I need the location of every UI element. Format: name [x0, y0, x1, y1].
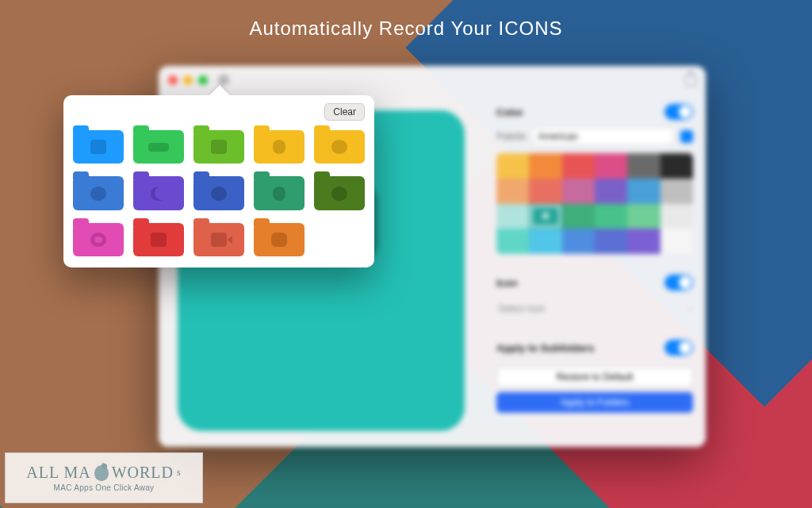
folder-icon-battery[interactable]	[133, 125, 184, 164]
color-swatch[interactable]	[562, 229, 595, 254]
color-swatch[interactable]	[595, 229, 627, 254]
icon-toggle[interactable]	[665, 275, 693, 291]
color-swatch-grid	[496, 153, 693, 254]
folder-icon-chat[interactable]	[254, 218, 304, 256]
color-swatch[interactable]	[529, 179, 561, 204]
folder-icon-cloud[interactable]	[73, 171, 124, 210]
color-swatch[interactable]	[529, 204, 561, 229]
folder-icon-disc[interactable]	[73, 218, 124, 256]
folder-icon-mail[interactable]	[133, 218, 184, 256]
folder-icon-trash[interactable]	[254, 125, 304, 164]
color-swatch[interactable]	[496, 204, 529, 229]
select-icon-label: Select Icon	[498, 303, 545, 314]
palette-select[interactable]: American	[532, 128, 674, 145]
color-swatch[interactable]	[627, 153, 660, 179]
color-swatch[interactable]	[529, 229, 561, 254]
icon-grid	[73, 125, 365, 256]
color-swatch[interactable]	[661, 153, 693, 179]
side-panel: Color Palette American Icon Select Icon …	[484, 94, 706, 447]
color-swatch[interactable]	[529, 153, 561, 179]
color-swatch[interactable]	[496, 229, 529, 254]
folder-icon-mic[interactable]	[314, 171, 365, 210]
page-title: Automatically Record Your ICONS	[0, 17, 812, 40]
folder-icon-swirl[interactable]	[314, 125, 365, 164]
folder-icon-camera[interactable]	[73, 125, 124, 164]
clear-button[interactable]: Clear	[324, 103, 365, 121]
share-icon[interactable]	[685, 74, 696, 87]
icon-section-label: Icon	[496, 277, 518, 289]
window-close-button[interactable]	[168, 75, 178, 85]
watermark-text-a: ALL MA	[26, 464, 90, 482]
watermark-tagline: MAC Apps One Click Away	[54, 483, 155, 492]
color-swatch[interactable]	[661, 179, 693, 204]
subfolders-label: Apply to Subfolders	[496, 342, 595, 354]
color-swatch[interactable]	[661, 204, 693, 229]
color-swatch[interactable]	[661, 229, 693, 254]
color-swatch[interactable]	[595, 204, 627, 229]
titlebar	[159, 66, 706, 94]
icon-history-popover: Clear	[63, 95, 374, 267]
apple-logo-icon	[94, 465, 109, 481]
palette-label: Palette	[496, 131, 526, 142]
color-swatch[interactable]	[562, 153, 595, 179]
folder-icon-cloud2[interactable]	[193, 171, 244, 210]
color-swatch[interactable]	[496, 153, 529, 179]
history-icon[interactable]	[218, 75, 229, 86]
folder-icon-lamp[interactable]	[254, 171, 304, 210]
subfolders-toggle[interactable]	[665, 340, 693, 356]
chevron-right-icon: ›	[688, 303, 691, 314]
color-swatch[interactable]	[627, 179, 660, 204]
watermark-text-b: WORLD	[112, 464, 174, 482]
window-minimize-button[interactable]	[183, 75, 193, 85]
color-swatch[interactable]	[562, 204, 595, 229]
color-swatch[interactable]	[562, 179, 595, 204]
color-swatch[interactable]	[595, 153, 627, 179]
window-zoom-button[interactable]	[198, 75, 208, 85]
color-swatch[interactable]	[627, 204, 660, 229]
color-toggle[interactable]	[665, 104, 693, 120]
watermark-suffix: s	[177, 467, 182, 479]
folder-icon-moon[interactable]	[133, 171, 184, 210]
color-swatch[interactable]	[627, 229, 660, 254]
select-icon-row[interactable]: Select Icon ›	[496, 298, 693, 319]
color-section-label: Color	[496, 106, 523, 118]
apply-to-folders-button[interactable]: Apply to Folders	[496, 392, 693, 413]
color-swatch[interactable]	[496, 179, 529, 204]
watermark: ALL MA WORLDs MAC Apps One Click Away	[5, 452, 203, 503]
restore-default-button[interactable]: Restore to Default	[496, 367, 693, 387]
folder-icon-video[interactable]	[193, 218, 244, 256]
color-swatch[interactable]	[595, 179, 627, 204]
folder-icon-list[interactable]	[193, 125, 244, 164]
palette-chip-icon[interactable]	[680, 130, 693, 143]
